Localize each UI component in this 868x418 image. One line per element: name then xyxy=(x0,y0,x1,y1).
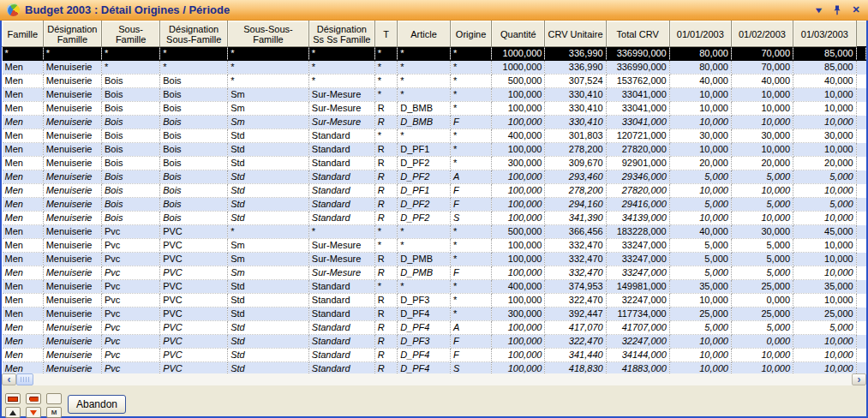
table-cell[interactable]: Bois xyxy=(160,143,228,157)
table-cell[interactable]: * xyxy=(398,225,451,239)
table-cell[interactable]: 40,000 xyxy=(669,225,731,239)
table-cell[interactable]: * xyxy=(398,88,451,102)
column-header[interactable]: Total CRV xyxy=(606,21,669,47)
table-cell[interactable]: Standard xyxy=(308,362,374,374)
table-cell[interactable]: D_PF4 xyxy=(398,362,451,374)
table-row[interactable]: MenMenuiseriePvcPVCStdStandardRD_PF4A100… xyxy=(3,321,866,335)
table-cell[interactable]: Std xyxy=(228,129,309,143)
table-cell[interactable]: Bois xyxy=(160,116,228,129)
table-cell[interactable]: 1000,000 xyxy=(492,61,545,75)
table-cell[interactable]: 278,200 xyxy=(545,184,606,198)
table-cell[interactable]: 30,000 xyxy=(669,129,731,143)
table-cell[interactable]: 10,000 xyxy=(731,143,793,157)
table-cell[interactable]: PVC xyxy=(160,308,228,321)
table-row[interactable]: MenMenuiseriePvcPVCStdStandardRD_PF4*300… xyxy=(3,308,866,321)
table-cell[interactable]: 80,000 xyxy=(669,61,731,75)
table-cell[interactable]: Sur-Mesure xyxy=(308,239,374,253)
table-cell[interactable]: Menuiserie xyxy=(43,362,101,374)
table-cell[interactable]: D_PF1 xyxy=(398,184,451,198)
table-cell[interactable]: Std xyxy=(228,157,309,170)
table-cell[interactable]: F xyxy=(450,335,491,349)
table-cell[interactable]: Pvc xyxy=(102,266,160,280)
table-cell[interactable]: D_PMB xyxy=(398,266,451,280)
table-cell[interactable]: 10,000 xyxy=(731,349,793,362)
table-cell[interactable]: 330,410 xyxy=(545,116,606,129)
table-cell[interactable]: * xyxy=(398,280,451,294)
table-cell[interactable]: 330,410 xyxy=(545,88,606,102)
column-header[interactable]: Désignation Sous-Famille xyxy=(160,21,228,47)
table-cell[interactable]: Std xyxy=(228,170,309,184)
table-cell[interactable]: Bois xyxy=(160,198,228,212)
table-cell[interactable]: Sur-Mesure xyxy=(308,88,374,102)
table-cell[interactable]: Std xyxy=(228,321,309,335)
table-cell[interactable]: Standard xyxy=(308,212,374,225)
table-cell[interactable]: Standard xyxy=(308,157,374,170)
table-cell[interactable]: Bois xyxy=(160,170,228,184)
table-cell[interactable]: 10,000 xyxy=(793,239,857,253)
table-cell[interactable]: Standard xyxy=(308,321,374,335)
table-cell[interactable]: 70,000 xyxy=(731,61,793,75)
column-header[interactable]: T xyxy=(374,21,397,47)
table-cell[interactable]: Sm xyxy=(228,102,309,116)
table-cell[interactable]: 5,000 xyxy=(669,253,731,266)
table-cell[interactable]: 10,000 xyxy=(793,266,857,280)
table-cell[interactable]: 10,000 xyxy=(793,335,857,349)
window-menu-button[interactable]: ▼ xyxy=(811,3,825,17)
table-cell[interactable]: 5,000 xyxy=(731,321,793,335)
table-cell[interactable]: Std xyxy=(228,280,309,294)
table-cell[interactable]: 33247,000 xyxy=(606,239,669,253)
table-cell[interactable]: Std xyxy=(228,349,309,362)
column-header[interactable]: 01/02/2003 xyxy=(731,21,793,47)
table-cell[interactable]: * xyxy=(450,75,491,88)
table-cell[interactable]: * xyxy=(374,47,397,61)
table-cell[interactable]: 336,990 xyxy=(545,61,606,75)
table-cell[interactable]: 332,470 xyxy=(545,266,606,280)
column-header[interactable]: Origine xyxy=(450,21,491,47)
table-cell[interactable]: 10,000 xyxy=(793,294,857,308)
table-cell[interactable]: Bois xyxy=(102,143,160,157)
table-cell[interactable]: 10,000 xyxy=(669,143,731,157)
table-cell[interactable]: D_PF2 xyxy=(398,212,451,225)
table-row[interactable]: MenMenuiseriePvcPVCStdStandardRD_PF4S100… xyxy=(3,362,866,374)
table-cell[interactable]: Menuiserie xyxy=(43,198,101,212)
table-cell[interactable]: Sur-Mesure xyxy=(308,266,374,280)
table-cell[interactable]: 92901,000 xyxy=(606,157,669,170)
table-cell[interactable]: Bois xyxy=(160,88,228,102)
table-cell[interactable]: * xyxy=(374,129,397,143)
table-cell[interactable]: 322,470 xyxy=(545,335,606,349)
table-cell[interactable]: 35,000 xyxy=(793,280,857,294)
table-cell[interactable]: A xyxy=(450,321,491,335)
table-cell[interactable]: Sm xyxy=(228,266,309,280)
table-cell[interactable]: 336,990 xyxy=(545,47,606,61)
table-cell[interactable]: 100,000 xyxy=(492,253,545,266)
table-cell[interactable]: 301,803 xyxy=(545,129,606,143)
table-cell[interactable]: 70,000 xyxy=(731,47,793,61)
table-cell[interactable]: Men xyxy=(3,61,44,75)
table-row[interactable]: MenMenuiserieBoisBoisStdStandardRD_PF2F1… xyxy=(3,198,866,212)
table-cell[interactable]: 10,000 xyxy=(669,362,731,374)
table-cell[interactable]: * xyxy=(450,280,491,294)
scrollbar-track[interactable] xyxy=(33,373,852,385)
table-cell[interactable]: 20,000 xyxy=(669,157,731,170)
table-cell[interactable]: Menuiserie xyxy=(43,143,101,157)
table-cell[interactable]: 20,000 xyxy=(731,157,793,170)
table-cell[interactable]: Standard xyxy=(308,280,374,294)
table-cell[interactable]: * xyxy=(308,225,374,239)
table-cell[interactable]: 10,000 xyxy=(793,349,857,362)
table-cell[interactable]: 5,000 xyxy=(669,266,731,280)
table-cell[interactable]: Bois xyxy=(160,157,228,170)
table-cell[interactable]: Sur-Mesure xyxy=(308,102,374,116)
table-row[interactable]: MenMenuiserieBoisBois*****500,000307,524… xyxy=(3,75,866,88)
table-cell[interactable]: Menuiserie xyxy=(43,335,101,349)
table-cell[interactable]: Standard xyxy=(308,308,374,321)
table-cell[interactable]: Men xyxy=(3,143,44,157)
table-cell[interactable]: Bois xyxy=(102,102,160,116)
table-cell[interactable]: 29416,000 xyxy=(606,198,669,212)
table-cell[interactable]: Sm xyxy=(228,88,309,102)
table-cell[interactable]: Bois xyxy=(102,75,160,88)
table-cell[interactable]: R xyxy=(374,321,397,335)
table-cell[interactable]: R xyxy=(374,253,397,266)
table-cell[interactable]: Pvc xyxy=(102,294,160,308)
table-cell[interactable]: 25,000 xyxy=(731,308,793,321)
table-cell[interactable]: Menuiserie xyxy=(43,88,101,102)
